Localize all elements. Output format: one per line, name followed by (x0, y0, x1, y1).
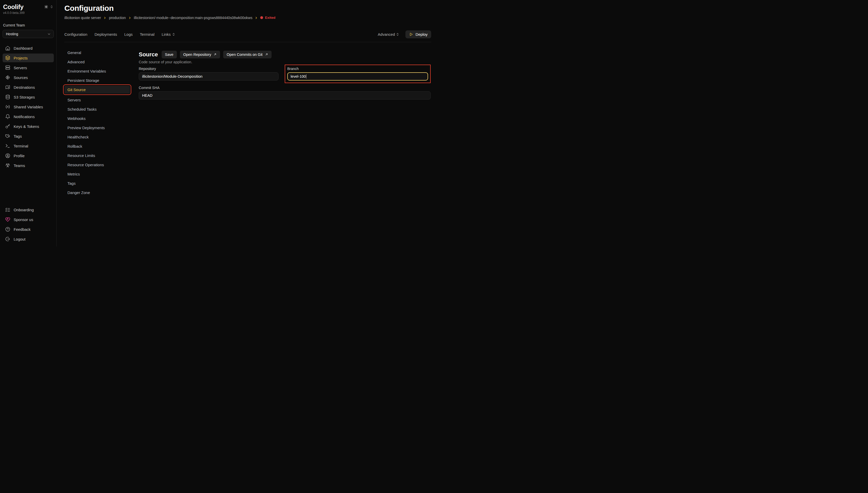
sidebar-item-shared-variables[interactable]: Shared Variables (3, 102, 54, 111)
tab-deployments[interactable]: Deployments (94, 32, 117, 37)
subnav-item-danger-zone[interactable]: Danger Zone (64, 189, 130, 197)
tab-configuration[interactable]: Configuration (64, 32, 87, 37)
repository-label: Repository (139, 67, 278, 71)
branch-input-value: level-100 (291, 74, 306, 79)
status-label: Exited (265, 16, 275, 20)
subnav-item-servers[interactable]: Servers (64, 96, 130, 104)
chevron-down-icon (47, 32, 51, 36)
sidebar-item-tags[interactable]: Tags (3, 132, 54, 141)
subnav-item-preview-deployments[interactable]: Preview Deployments (64, 124, 130, 132)
subnav-item-webhooks[interactable]: Webhooks (64, 114, 130, 123)
tags-icon (5, 133, 10, 139)
theme-sun-icon[interactable] (44, 5, 48, 9)
sidebar-footer-nav: Onboarding Sponsor us Feedback Logout (3, 205, 54, 243)
content-area: General Advanced Environment Variables P… (64, 49, 431, 247)
chevrons-up-down-icon (172, 33, 175, 36)
subnav-item-scheduled-tasks[interactable]: Scheduled Tasks (64, 105, 130, 113)
sidebar-item-destinations[interactable]: Destinations (3, 83, 54, 92)
tab-logs[interactable]: Logs (124, 32, 133, 37)
advanced-menu[interactable]: Advanced (378, 32, 400, 37)
subnav-item-healthcheck[interactable]: Healthcheck (64, 133, 130, 141)
save-button[interactable]: Save (162, 51, 177, 59)
deploy-button[interactable]: Deploy (405, 30, 431, 38)
repository-field: Repository (139, 65, 278, 81)
main-area: Configuration illicitonion quote server … (57, 0, 434, 246)
logout-icon (5, 236, 10, 242)
sidebar-item-servers[interactable]: Servers (3, 63, 54, 72)
sidebar-item-sources[interactable]: Sources (3, 73, 54, 82)
breadcrumb: illicitonion quote server production ill… (64, 16, 431, 20)
source-section-title: Source (139, 51, 158, 58)
brand-logo: Coolify (3, 4, 23, 10)
users-icon (5, 163, 10, 168)
home-icon (5, 46, 10, 51)
tab-terminal[interactable]: Terminal (140, 32, 154, 37)
sidebar-item-keys-tokens[interactable]: Keys & Tokens (3, 122, 54, 131)
sidebar-item-feedback[interactable]: Feedback (3, 225, 54, 234)
open-repository-button[interactable]: Open Repository (180, 51, 220, 59)
branch-field-annotation-box: Branch level-100 (285, 65, 431, 83)
subnav-item-metrics[interactable]: Metrics (64, 170, 130, 178)
sidebar-item-onboarding[interactable]: Onboarding (3, 205, 54, 214)
subnav-item-environment-variables[interactable]: Environment Variables (64, 67, 130, 75)
sidebar-item-logout[interactable]: Logout (3, 235, 54, 243)
subnav-item-rollback[interactable]: Rollback (64, 142, 130, 150)
tabs-row: Configuration Deployments Logs Terminal … (64, 30, 431, 38)
sidebar-item-teams[interactable]: Teams (3, 161, 54, 170)
subnav-item-persistent-storage[interactable]: Persistent Storage (64, 77, 130, 84)
team-select[interactable]: Hosting (3, 30, 54, 38)
subnav-item-resource-limits[interactable]: Resource Limits (64, 152, 130, 159)
help-circle-icon (5, 227, 10, 232)
sidebar-item-dashboard[interactable]: Dashboard (3, 44, 54, 52)
app-version: v4.0.0-beta.399 (3, 11, 53, 15)
tab-links[interactable]: Links (162, 32, 175, 37)
sidebar: Coolify v4.0.0-beta.399 Current Team Hos… (0, 0, 57, 246)
subnav-item-general[interactable]: General (64, 49, 130, 57)
map-icon (5, 85, 10, 90)
tabs-divider (64, 42, 431, 42)
status-badge: Exited (260, 16, 275, 20)
external-link-icon (213, 53, 217, 56)
sidebar-item-terminal[interactable]: Terminal (3, 142, 54, 150)
open-commits-button[interactable]: Open Commits on Git (223, 51, 271, 59)
coolify-app: Coolify v4.0.0-beta.399 Current Team Hos… (0, 0, 434, 246)
breadcrumb-environment[interactable]: production (109, 16, 126, 20)
breadcrumb-project[interactable]: illicitonion quote server (64, 16, 101, 20)
commit-sha-field: Commit SHA (139, 86, 431, 100)
database-icon (5, 94, 10, 100)
breadcrumb-application[interactable]: illicitestonion/-module--decomposition:m… (134, 16, 253, 20)
external-link-icon (265, 53, 268, 56)
brand-row: Coolify (3, 4, 54, 10)
commit-sha-input[interactable] (139, 91, 431, 100)
sidebar-item-profile[interactable]: Profile (3, 151, 54, 160)
heart-handshake-icon (5, 217, 10, 222)
subnav-item-git-source[interactable]: Git Source (64, 86, 130, 94)
sidebar-item-s3-storages[interactable]: S3 Storages (3, 93, 54, 101)
repository-input[interactable] (139, 72, 278, 81)
git-source-icon (5, 75, 10, 80)
subnav-item-resource-operations[interactable]: Resource Operations (64, 161, 130, 169)
git-source-panel: Source Save Open Repository Open Commits… (139, 49, 431, 100)
current-team-label: Current Team (3, 23, 53, 27)
terminal-icon (5, 143, 10, 148)
sidebar-item-notifications[interactable]: Notifications (3, 112, 54, 121)
chevron-right-icon (255, 16, 258, 20)
subnav-item-tags[interactable]: Tags (64, 179, 130, 187)
page-title: Configuration (64, 4, 431, 12)
theme-controls (44, 5, 53, 9)
text-cursor (306, 74, 306, 79)
sidebar-nav: Dashboard Projects Servers Sources Desti… (3, 44, 54, 170)
sidebar-item-sponsor[interactable]: Sponsor us (3, 215, 54, 224)
checklist-icon (5, 207, 10, 212)
branch-label: Branch (287, 67, 428, 71)
sidebar-item-projects[interactable]: Projects (3, 53, 54, 62)
repository-branch-row: Repository Branch level-100 (139, 65, 431, 83)
branch-input[interactable]: level-100 (287, 72, 428, 81)
config-subnav: General Advanced Environment Variables P… (64, 49, 130, 198)
key-icon (5, 124, 10, 129)
theme-select-chevrons-icon[interactable] (50, 5, 53, 8)
chevrons-up-down-icon (396, 33, 399, 36)
variable-icon (5, 104, 10, 109)
subnav-item-advanced[interactable]: Advanced (64, 58, 130, 66)
play-icon (409, 33, 413, 36)
